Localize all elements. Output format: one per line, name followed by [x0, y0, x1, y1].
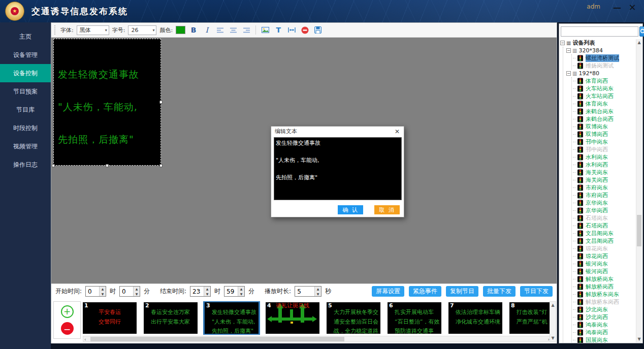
sidebar-item[interactable]: 主页 — [0, 27, 51, 46]
fit-width-icon[interactable] — [286, 25, 297, 35]
color-swatch[interactable] — [176, 26, 185, 34]
start-minute-input[interactable]: ▲▼ — [119, 286, 140, 297]
device-item[interactable]: 银河岗西 — [573, 268, 635, 275]
duration-input[interactable]: ▲▼ — [295, 286, 321, 297]
horizontal-scrollbar[interactable]: ‹ › — [83, 336, 551, 342]
device-item[interactable]: 体育岗西 — [573, 77, 635, 85]
spin-down-icon[interactable]: ▼ — [315, 292, 321, 297]
device-item[interactable]: 琼花岗东 — [573, 245, 635, 252]
sidebar-item[interactable]: 操作日志 — [0, 155, 51, 174]
device-item[interactable]: 国展岗东 — [573, 336, 635, 343]
font-select[interactable]: 黑体 ▾ — [77, 25, 109, 35]
scroll-down-icon[interactable]: ▼ — [550, 336, 556, 340]
sidebar-item[interactable]: 视频管理 — [0, 137, 51, 155]
vertical-scrollbar[interactable]: ▲ ▼ — [550, 301, 556, 342]
collapse-icon[interactable]: − — [560, 41, 565, 45]
device-item[interactable]: 沙北岗西 — [573, 313, 635, 321]
end-minute-input[interactable]: ▲▼ — [224, 286, 245, 297]
device-item[interactable]: 琼花岗西 — [573, 252, 635, 260]
dialog-textarea[interactable]: 发生轻微交通事故 "人未伤，车能动, 先拍照，后撤离" — [274, 137, 402, 200]
spin-up-icon[interactable]: ▲ — [204, 287, 210, 292]
start-hour-input[interactable]: ▲▼ — [85, 286, 106, 297]
device-item[interactable]: 石塔岗东 — [573, 214, 635, 222]
device-item[interactable]: 京华岗东 — [573, 199, 635, 207]
program-thumbnail[interactable]: 7 依法治理非标车辆 净化城市交通环境 — [448, 302, 502, 334]
device-item[interactable]: 京华岗西 — [573, 207, 635, 214]
confirm-button[interactable]: 确 认 — [338, 205, 363, 214]
scroll-up-icon[interactable]: ▲ — [550, 303, 556, 307]
program-thumbnail[interactable]: 5 大力开展秋冬季交通安全整治百日会战，全力稳定道路交通安全形势 — [327, 302, 380, 334]
italic-button[interactable]: I — [202, 25, 212, 35]
device-item[interactable]: 解放桥东岗东 — [573, 291, 635, 298]
align-right-icon[interactable] — [241, 25, 251, 35]
sidebar-item[interactable]: 节目库 — [0, 101, 51, 119]
device-item[interactable]: 文昌阁岗东 — [573, 230, 635, 237]
device-item[interactable]: 体育岗东 — [573, 100, 635, 108]
action-button[interactable]: 批量下发 — [483, 286, 516, 297]
spin-up-icon[interactable]: ▲ — [315, 287, 321, 292]
sidebar-item[interactable]: 时段控制 — [0, 119, 51, 137]
stop-button[interactable] — [300, 25, 310, 35]
action-button[interactable]: 复制节目 — [446, 286, 478, 297]
resize-handle[interactable] — [106, 164, 109, 167]
program-thumbnail[interactable]: 4 请礼让斑马线 — [266, 302, 319, 334]
end-hour-input[interactable]: ▲▼ — [190, 286, 211, 297]
add-program-button[interactable]: + — [61, 305, 74, 318]
action-button[interactable]: 屏幕设置 — [372, 286, 404, 297]
device-item[interactable]: 水利岗西 — [573, 161, 635, 169]
device-item[interactable]: 来鹤台岗东 — [573, 108, 635, 115]
program-thumbnail[interactable]: 2 春运安全连万家 出行平安靠大家 — [144, 302, 198, 334]
close-icon[interactable]: ✕ — [627, 2, 638, 13]
device-item[interactable]: 双博岗东 — [573, 123, 635, 131]
spin-up-icon[interactable]: ▲ — [238, 287, 244, 292]
device-item[interactable]: 火车站岗东 — [573, 85, 635, 92]
spin-down-icon[interactable]: ▼ — [100, 292, 106, 297]
program-thumbnail[interactable]: 6 扎实开展电动车“百日整治”，有效预防道路交通事故。 — [388, 302, 441, 334]
scroll-down-icon[interactable]: ▼ — [636, 337, 642, 341]
device-item[interactable]: 火车站岗西 — [573, 92, 635, 100]
scrollbar-thumb[interactable] — [90, 337, 344, 341]
device-item[interactable]: 银河岗东 — [573, 260, 635, 268]
align-left-icon[interactable] — [215, 25, 225, 35]
device-item[interactable]: 解放桥岗东 — [573, 275, 635, 283]
program-thumbnail[interactable]: 3 发生轻微交通事故 "人未伤，车能动, 先拍照，后撤离" — [205, 302, 259, 334]
device-item[interactable]: 解放桥岗西 — [573, 283, 635, 291]
program-thumbnail[interactable]: 8 打击改装“灯 严查严惩“机 — [509, 302, 551, 334]
led-preview[interactable]: 发生轻微交通事故 "人未伤，车能动, 先拍照，后撤离" — [53, 39, 161, 166]
scroll-up-icon[interactable]: ▲ — [636, 40, 642, 45]
scroll-left-icon[interactable]: ‹ — [84, 337, 86, 342]
device-item[interactable]: 维扬岗测试 — [573, 62, 635, 70]
device-item[interactable]: 来鹤台岗西 — [573, 115, 635, 123]
resize-handle[interactable] — [159, 101, 163, 104]
tree-group[interactable]: − ▥ 320*384 — [566, 47, 635, 54]
device-item[interactable]: 双博岗西 — [573, 131, 635, 138]
scrollbar-thumb[interactable] — [637, 215, 641, 246]
tree-group[interactable]: − ▥ 192*80 — [566, 70, 635, 77]
align-center-icon[interactable] — [228, 25, 238, 35]
action-button[interactable]: 紧急事件 — [409, 286, 441, 297]
device-item[interactable]: 石塔岗西 — [573, 222, 635, 230]
spin-down-icon[interactable]: ▼ — [134, 292, 140, 297]
sidebar-item[interactable]: 节目预案 — [0, 82, 51, 101]
device-item[interactable]: 邗中岗西 — [573, 146, 635, 153]
device-item[interactable]: 解放桥东岗西 — [573, 298, 635, 306]
sidebar-item[interactable]: 设备控制 — [0, 64, 51, 82]
device-item[interactable]: 海关岗东 — [573, 169, 635, 176]
device-item[interactable]: 鸿泰岗西 — [573, 329, 635, 336]
collapse-icon[interactable]: − — [566, 71, 571, 76]
spin-up-icon[interactable]: ▲ — [100, 287, 106, 292]
device-item[interactable]: 市府岗西 — [573, 192, 635, 199]
resize-handle[interactable] — [159, 164, 163, 167]
device-item[interactable]: 文昌阁岗西 — [573, 237, 635, 245]
action-button[interactable]: 节目下发 — [520, 286, 553, 297]
search-button[interactable] — [639, 26, 644, 37]
font-size-select[interactable]: 26 ▾ — [128, 25, 156, 35]
insert-image-button[interactable] — [260, 25, 270, 35]
tree-root[interactable]: − ▦ 设备列表 — [560, 39, 635, 47]
tree-scrollbar[interactable]: ▲ ▼ — [636, 39, 642, 342]
remove-program-button[interactable]: − — [61, 322, 74, 335]
device-item[interactable]: 邗中岗东 — [573, 138, 635, 146]
device-item[interactable]: 螺丝湾桥测试 — [573, 54, 635, 62]
spin-up-icon[interactable]: ▲ — [134, 287, 140, 292]
spin-down-icon[interactable]: ▼ — [204, 292, 210, 297]
